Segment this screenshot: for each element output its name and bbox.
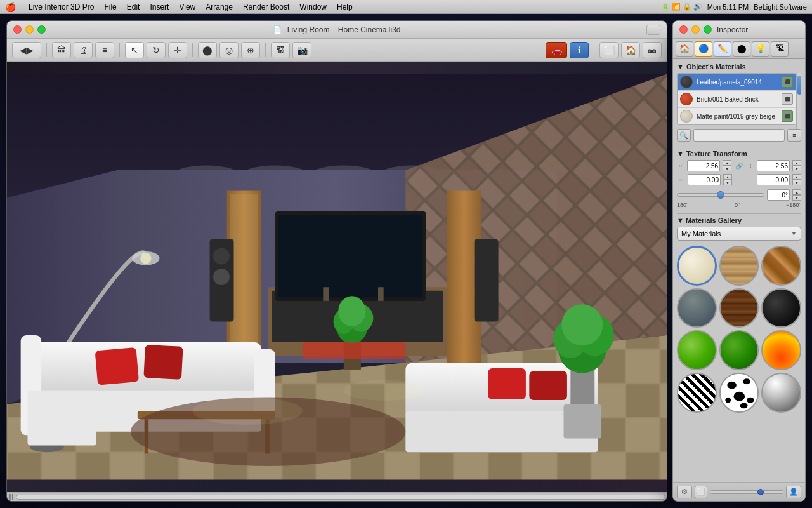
bottom-right-btn[interactable]: 👤 [786,486,801,498]
svg-point-73 [727,382,737,389]
material-type-icon-leather[interactable]: ⬛ [782,76,793,88]
view-2d-btn[interactable]: ⬜ [599,42,619,58]
menu-arrange[interactable]: Arrange [206,3,233,11]
nav-back-forward-btn[interactable]: ◀▶ [12,42,41,58]
gallery-item-black[interactable] [761,288,801,328]
search-menu-button[interactable]: ≡ [787,129,801,142]
tab-materials[interactable]: 🔵 [695,41,712,57]
svg-point-75 [733,392,745,401]
bottom-action-btn[interactable]: ⬜ [695,486,707,498]
materials-scroll-thumb[interactable] [797,76,801,95]
close-button[interactable] [13,25,22,34]
material-item-brick[interactable]: Brick/001 Baked Brick ⬛ [678,91,796,108]
menu-file[interactable]: File [104,3,116,11]
angle-up[interactable]: ▲ [792,189,801,195]
tt-offsety-down[interactable]: ▼ [792,180,801,185]
3d-canvas[interactable] [7,62,667,492]
gallery-item-wood-light[interactable] [719,246,759,286]
menu-help[interactable]: Help [337,3,353,11]
tt-height-up[interactable]: ▲ [792,160,801,166]
tt-offsety-input[interactable] [757,174,790,185]
angle-input[interactable] [767,189,790,201]
minimize-button[interactable] [25,25,34,34]
gallery-item-chrome[interactable] [761,373,801,413]
tab-edit[interactable]: ✏️ [714,41,731,57]
tab-object[interactable]: 🏠 [676,41,693,57]
scrollbar-track[interactable] [16,495,665,500]
angle-slider-thumb[interactable] [717,191,724,199]
gallery-item-green-dark[interactable] [719,330,759,370]
print-btn[interactable]: 🖨 [74,42,93,58]
gallery-item-zebra[interactable] [677,373,717,413]
tab-render[interactable]: ⬤ [733,41,750,57]
tt-height-down[interactable]: ▼ [792,166,801,171]
tt-width-stepper[interactable]: ▲ ▼ [723,160,731,171]
texture-transform-header: ▼ Texture Transform [677,150,801,157]
tt-offsetx-up[interactable]: ▲ [723,174,732,180]
gallery-item-green-bright[interactable] [677,330,717,370]
menu-btn[interactable]: ≡ [95,42,114,58]
material-item-paint[interactable]: Matte paint/1019 grey beige ⬛ [678,108,796,124]
horizontal-scrollbar[interactable]: ||| [7,492,667,501]
tab-light[interactable]: 💡 [752,41,769,57]
tt-offsetx-down[interactable]: ▼ [723,180,732,185]
tt-width-up[interactable]: ▲ [723,160,731,166]
bottom-settings-btn[interactable]: ⚙ [677,486,692,498]
tt-link-icon[interactable]: 🔗 [734,160,744,171]
material-type-icon-brick[interactable]: ⬛ [782,93,793,105]
tt-width-input[interactable] [687,160,720,171]
tt-offsetx-input[interactable] [688,174,721,185]
tab-build[interactable]: 🏗 [771,41,789,57]
angle-slider-track[interactable] [677,193,764,197]
3d-view-btn[interactable]: 🚗 [546,42,567,58]
tt-width-down[interactable]: ▼ [723,166,731,171]
svg-rect-38 [475,239,499,321]
menu-window[interactable]: Window [299,3,327,11]
bottom-slider-thumb[interactable] [757,489,764,495]
tt-height-input[interactable] [757,160,790,171]
view-3d-btn[interactable]: 🏠 [621,42,640,58]
floorplan-btn[interactable]: 🏛 [52,42,71,58]
walk-btn[interactable]: 🏗 [271,42,290,58]
material-type-icon-paint[interactable]: ⬛ [782,110,793,122]
inspector-minimize-btn[interactable] [691,25,700,34]
menu-render-boost[interactable]: Render Boost [243,3,289,11]
inspector-maximize-btn[interactable] [704,25,712,34]
gallery-item-stone[interactable] [677,288,717,328]
info-btn[interactable]: ℹ [570,42,589,58]
screenshot-btn[interactable]: 📷 [292,42,311,58]
material-item-leather[interactable]: Leather/pamela_09014 ⬛ [678,74,796,91]
angle-down[interactable]: ▼ [792,195,801,201]
inspector-close-btn[interactable] [679,25,688,34]
angle-stepper[interactable]: ▲ ▼ [792,189,801,201]
3d-viewport[interactable] [7,62,667,492]
gallery-item-fire[interactable] [761,330,801,370]
gallery-item-cream[interactable] [677,246,717,286]
tt-offsety-stepper[interactable]: ▲ ▼ [792,174,801,185]
view-full-btn[interactable]: 🏘 [643,42,662,58]
maximize-button[interactable] [37,25,46,34]
menu-insert[interactable]: Insert [150,3,169,11]
app-name[interactable]: Live Interior 3D Pro [29,3,94,11]
gallery-dropdown[interactable]: My Materials ▼ [677,227,801,241]
sphere-btn[interactable]: ⬤ [198,42,217,58]
menu-edit[interactable]: Edit [127,3,140,11]
target-btn[interactable]: ⊕ [241,42,260,58]
rotate-btn[interactable]: ↻ [147,42,166,58]
gallery-item-dalmatian[interactable] [719,373,759,413]
menu-view[interactable]: View [179,3,195,11]
tt-height-stepper[interactable]: ▲ ▼ [792,160,801,171]
gallery-item-brick[interactable] [761,246,801,286]
apple-menu[interactable]: 🍎 [5,2,16,12]
move-btn[interactable]: ✛ [168,42,187,58]
circle-btn[interactable]: ◎ [219,42,239,58]
tt-offsety-up[interactable]: ▲ [792,174,801,180]
bottom-slider-track[interactable] [710,490,783,494]
window-zoom-btn[interactable]: — [646,25,660,35]
tt-offsetx-stepper[interactable]: ▲ ▼ [723,174,732,185]
materials-scrollbar[interactable] [796,73,801,129]
search-button[interactable]: 🔍 [677,129,691,142]
search-input[interactable] [693,129,785,142]
gallery-item-wood-dark[interactable] [719,288,759,328]
select-btn[interactable]: ↖ [125,42,144,58]
